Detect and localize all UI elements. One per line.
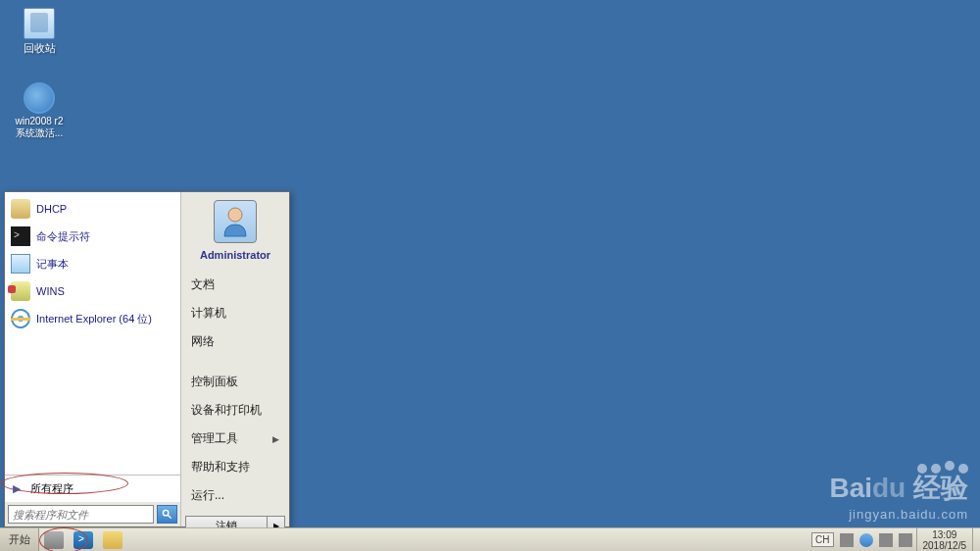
right-item-run[interactable]: 运行...	[181, 481, 289, 510]
user-avatar-icon	[220, 205, 250, 238]
watermark: Baidu 经验 jingyan.baidu.com	[829, 464, 968, 522]
recycle-bin-icon	[24, 8, 55, 39]
svg-point-2	[228, 208, 242, 222]
user-name-label: Administrator	[181, 249, 289, 261]
desktop-icon-activation[interactable]: win2008 r2 系统激活...	[10, 82, 69, 140]
quick-launch-powershell[interactable]	[69, 528, 98, 551]
taskbar-clock[interactable]: 13:09 2018/12/5	[916, 528, 973, 551]
start-menu-left-panel: DHCP 命令提示符 记事本 WINS Internet Explorer (6…	[5, 192, 181, 526]
clock-date: 2018/12/5	[923, 540, 967, 551]
program-label: 记事本	[36, 257, 69, 272]
start-button[interactable]: 开始	[0, 528, 39, 551]
quick-launch-server-manager[interactable]	[39, 528, 69, 551]
program-item-cmd[interactable]: 命令提示符	[5, 223, 180, 250]
taskbar: 开始 CH 13:09 2018/12/5	[0, 527, 980, 551]
notepad-icon	[11, 254, 30, 274]
program-label: Internet Explorer (64 位)	[36, 312, 152, 326]
show-desktop-button[interactable]	[972, 528, 980, 551]
program-label: WINS	[36, 285, 65, 297]
user-section: Administrator	[181, 192, 289, 269]
program-item-notepad[interactable]: 记事本	[5, 250, 180, 277]
search-button[interactable]	[157, 505, 177, 524]
svg-point-0	[163, 510, 169, 516]
tray-icon-action-center[interactable]	[859, 533, 873, 547]
right-item-computer[interactable]: 计算机	[181, 299, 289, 327]
explorer-icon	[103, 531, 122, 549]
program-label: 命令提示符	[36, 229, 90, 244]
ie-icon	[9, 307, 32, 330]
server-manager-icon	[44, 531, 64, 549]
system-tray: CH	[808, 528, 915, 551]
search-input[interactable]	[8, 505, 154, 524]
arrow-right-icon: ▶	[13, 482, 21, 495]
search-row	[5, 502, 180, 526]
tray-icon-1[interactable]	[840, 533, 854, 547]
right-menu-list: 文档 计算机 网络 控制面板 设备和打印机 管理工具▶ 帮助和支持 运行...	[181, 269, 289, 512]
clock-time: 13:09	[923, 529, 967, 540]
all-programs-label: 所有程序	[30, 481, 74, 496]
windows-logo-icon	[24, 82, 55, 114]
program-item-dhcp[interactable]: DHCP	[5, 195, 180, 223]
cmd-icon	[11, 226, 30, 246]
right-item-documents[interactable]: 文档	[181, 271, 289, 299]
program-item-ie[interactable]: Internet Explorer (64 位)	[5, 305, 180, 332]
dhcp-icon	[11, 199, 30, 219]
right-item-admin-tools[interactable]: 管理工具▶	[181, 425, 289, 453]
start-label: 开始	[9, 532, 30, 547]
svg-line-1	[168, 515, 171, 518]
activation-label: win2008 r2 系统激活...	[10, 116, 69, 140]
start-menu-programs-list: DHCP 命令提示符 记事本 WINS Internet Explorer (6…	[5, 192, 180, 475]
right-item-control-panel[interactable]: 控制面板	[181, 368, 289, 396]
user-avatar[interactable]	[214, 200, 257, 243]
program-item-wins[interactable]: WINS	[5, 277, 180, 305]
search-icon	[162, 509, 172, 520]
wins-icon	[11, 281, 30, 301]
quick-launch-explorer[interactable]	[98, 528, 127, 551]
language-indicator[interactable]: CH	[811, 532, 833, 547]
all-programs-button[interactable]: ▶ 所有程序	[5, 475, 180, 502]
tray-icon-network[interactable]	[879, 533, 893, 547]
chevron-right-icon: ▶	[272, 434, 279, 444]
powershell-icon	[74, 531, 93, 549]
desktop-icon-recycle-bin[interactable]: 回收站	[10, 8, 69, 56]
recycle-bin-label: 回收站	[10, 41, 69, 56]
start-menu: DHCP 命令提示符 记事本 WINS Internet Explorer (6…	[4, 191, 290, 527]
tray-icon-sound[interactable]	[899, 533, 912, 547]
right-item-devices[interactable]: 设备和打印机	[181, 396, 289, 425]
right-item-network[interactable]: 网络	[181, 327, 289, 356]
start-menu-right-panel: Administrator 文档 计算机 网络 控制面板 设备和打印机 管理工具…	[181, 192, 289, 526]
program-label: DHCP	[36, 203, 67, 215]
right-item-help[interactable]: 帮助和支持	[181, 453, 289, 481]
